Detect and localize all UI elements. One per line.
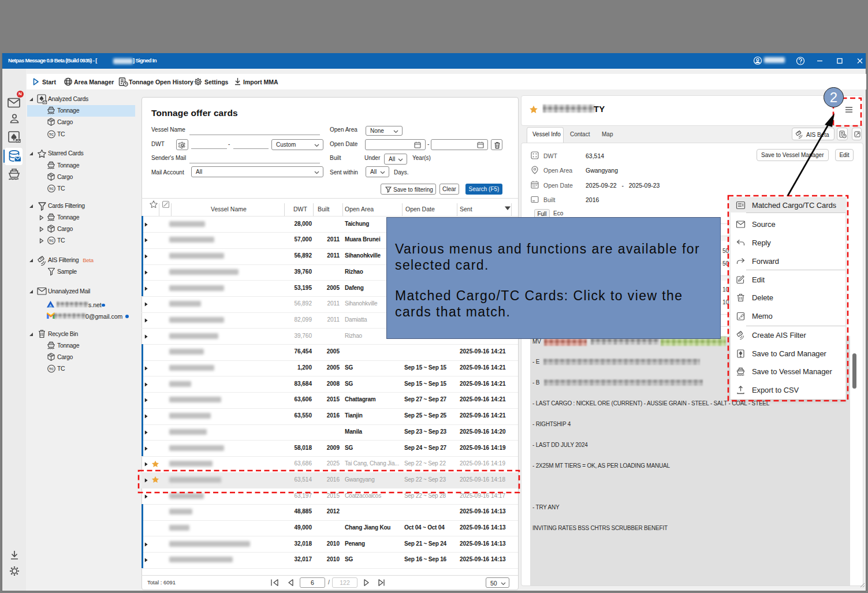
svg-text:TC: TC — [49, 133, 54, 136]
svg-text:TC: TC — [49, 239, 54, 243]
svg-text:TC: TC — [49, 187, 54, 191]
svg-text:TC: TC — [49, 367, 54, 371]
